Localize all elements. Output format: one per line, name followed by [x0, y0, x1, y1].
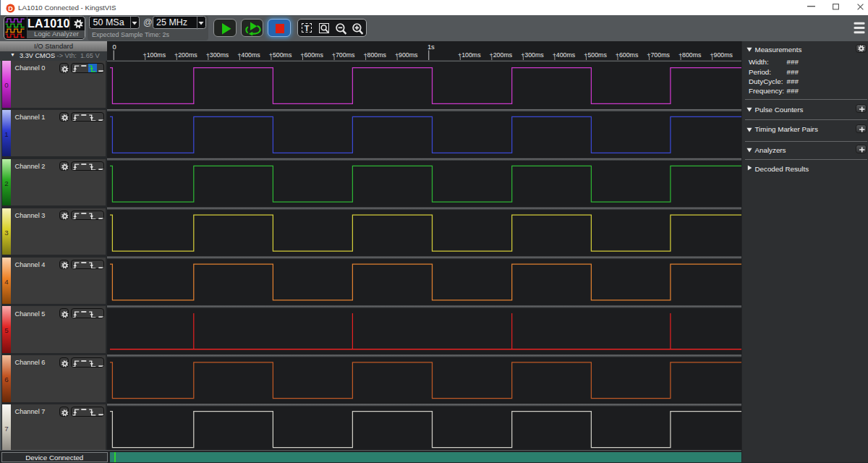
svg-text:+500ms: +500ms: [269, 51, 292, 59]
svg-text:D: D: [8, 4, 13, 12]
svg-text:+900ms: +900ms: [395, 51, 418, 59]
svg-text:+600ms: +600ms: [616, 51, 639, 59]
svg-text:+800ms: +800ms: [363, 51, 386, 59]
svg-text:+100ms: +100ms: [458, 51, 481, 59]
svg-text:+400ms: +400ms: [553, 51, 576, 59]
svg-text:+400ms: +400ms: [237, 51, 260, 59]
svg-text:1s: 1s: [427, 43, 435, 51]
svg-text:+200ms: +200ms: [490, 51, 513, 59]
svg-text:+200ms: +200ms: [174, 51, 197, 59]
svg-text:+300ms: +300ms: [206, 51, 229, 59]
svg-text:+700ms: +700ms: [332, 51, 355, 59]
svg-text:+700ms: +700ms: [647, 51, 670, 59]
svg-text:+300ms: +300ms: [521, 51, 544, 59]
svg-text:+800ms: +800ms: [678, 51, 702, 59]
svg-text:0: 0: [112, 43, 116, 51]
svg-text:+600ms: +600ms: [300, 51, 323, 59]
svg-text:+100ms: +100ms: [143, 51, 166, 59]
svg-text:+500ms: +500ms: [584, 51, 607, 59]
svg-text:+900ms: +900ms: [710, 51, 733, 59]
